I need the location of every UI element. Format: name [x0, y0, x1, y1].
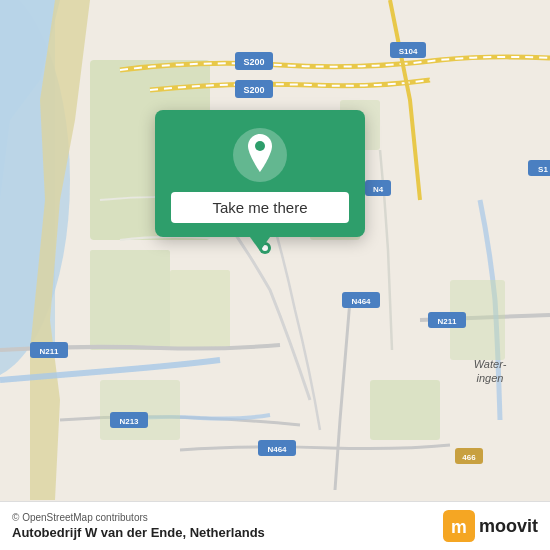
svg-rect-6	[90, 250, 170, 350]
svg-text:S200: S200	[243, 57, 264, 67]
location-name: Autobedrijf W van der Ende, Netherlands	[12, 525, 265, 540]
location-pin-icon	[244, 134, 276, 177]
map-container: S200 S200 S104 N4 N211 N211 N213 N464 N4…	[0, 0, 550, 550]
take-me-there-button[interactable]: Take me there	[171, 192, 349, 223]
svg-text:ingen: ingen	[477, 372, 504, 384]
bottom-bar: © OpenStreetMap contributors Autobedrijf…	[0, 501, 550, 550]
svg-text:Water-: Water-	[474, 358, 507, 370]
svg-text:N4: N4	[373, 185, 384, 194]
svg-text:N464: N464	[267, 445, 287, 454]
moovit-icon: m	[443, 510, 475, 542]
svg-text:N213: N213	[119, 417, 139, 426]
svg-text:S1: S1	[538, 165, 548, 174]
osm-attribution: © OpenStreetMap contributors	[12, 512, 265, 523]
popup-card: Take me there	[155, 110, 365, 237]
svg-text:m: m	[451, 517, 467, 537]
svg-text:N211: N211	[437, 317, 457, 326]
moovit-logo: m moovit	[443, 510, 538, 542]
svg-text:S200: S200	[243, 85, 264, 95]
moovit-text: moovit	[479, 516, 538, 537]
svg-point-39	[255, 141, 265, 151]
map-background: S200 S200 S104 N4 N211 N211 N213 N464 N4…	[0, 0, 550, 550]
svg-text:N464: N464	[351, 297, 371, 306]
svg-rect-7	[170, 270, 230, 350]
bottom-left-info: © OpenStreetMap contributors Autobedrijf…	[12, 512, 265, 540]
svg-text:S104: S104	[399, 47, 418, 56]
svg-rect-11	[100, 380, 180, 440]
svg-text:N211: N211	[39, 347, 59, 356]
svg-rect-9	[370, 380, 440, 440]
svg-text:466: 466	[462, 453, 476, 462]
location-icon-container	[233, 128, 287, 182]
